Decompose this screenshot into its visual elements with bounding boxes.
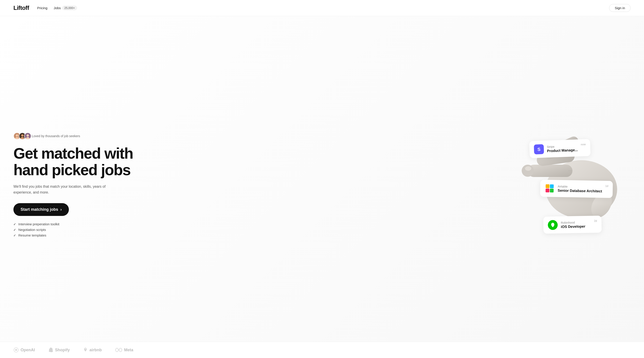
svg-rect-23 [550, 189, 554, 192]
airtable-company: Airtable [558, 185, 602, 189]
stripe-job-title: Product Manage... [547, 148, 578, 153]
svg-rect-10 [528, 165, 572, 177]
svg-rect-21 [550, 184, 554, 188]
avatars [14, 132, 30, 140]
svg-point-7 [26, 134, 29, 137]
airbnb-logo: airbnb [83, 347, 102, 353]
shopify-logo: Shopify [48, 347, 70, 353]
airbnb-label: airbnb [90, 348, 102, 352]
jobs-count-badge: 25,000+ [62, 6, 77, 10]
robinhood-job-title: iOS Developer [561, 224, 591, 229]
airtable-job-info: Airtable Senior Database Architect [558, 185, 602, 193]
svg-rect-22 [546, 189, 550, 192]
stripe-logo: S [534, 144, 544, 155]
hero-title: Get matched with hand picked jobs [14, 145, 133, 179]
airtable-logo [545, 183, 555, 194]
navbar: Liftoff Pricing Jobs 25,000+ Sign in [0, 0, 644, 16]
nav-jobs[interactable]: Jobs 25,000+ [54, 6, 77, 10]
airtable-job-title: Senior Database Architect [558, 188, 602, 193]
loved-text: Loved by thousands of job seekers [32, 134, 80, 138]
sign-in-button[interactable]: Sign in [609, 4, 630, 12]
hero-subtitle: We'll find you jobs that match your loca… [14, 184, 112, 195]
check-icon-1: ✓ [14, 222, 16, 226]
feature-1: ✓ Interview preperation toolkit [14, 222, 133, 226]
airtable-job-time: 1d [605, 184, 608, 187]
robinhood-logo [548, 220, 558, 230]
feature-2-label: Negotiation scripts [18, 228, 46, 232]
hero-title-line2: hand picked jobs [14, 161, 130, 178]
hero-right: S Stripe Product Manage... now Airtable [291, 127, 630, 261]
hand-illustration [492, 118, 644, 230]
stripe-job-time: now [581, 143, 586, 146]
loved-badge: Loved by thousands of job seekers [14, 132, 133, 140]
hero-section: Loved by thousands of job seekers Get ma… [0, 16, 644, 358]
meta-logo: Meta [115, 348, 133, 352]
check-icon-2: ✓ [14, 228, 16, 232]
robinhood-job-info: Robinhood iOS Developer [561, 220, 591, 229]
cta-arrow-icon: › [60, 207, 62, 212]
hero-title-line1: Get matched with [14, 145, 133, 162]
check-icon-3: ✓ [14, 234, 16, 237]
svg-point-1 [16, 134, 18, 137]
robinhood-company: Robinhood [561, 220, 591, 224]
job-card-robinhood[interactable]: Robinhood iOS Developer 2d [543, 216, 602, 234]
logos-bar: OpenAI Shopify airbnb Meta [0, 342, 644, 358]
feature-3-label: Resume templates [18, 233, 46, 237]
openai-label: OpenAI [20, 348, 35, 352]
nav-left: Liftoff Pricing Jobs 25,000+ [14, 5, 77, 12]
svg-point-26 [119, 348, 122, 352]
nav-links: Pricing Jobs 25,000+ [37, 6, 77, 10]
cta-label: Start matching jobs [20, 207, 58, 212]
cta-button[interactable]: Start matching jobs › [14, 203, 69, 216]
logo[interactable]: Liftoff [14, 5, 29, 12]
stripe-logo-letter: S [537, 147, 540, 152]
job-card-airtable[interactable]: Airtable Senior Database Architect 1d [540, 180, 613, 198]
meta-label: Meta [124, 348, 133, 352]
nav-pricing[interactable]: Pricing [37, 6, 48, 10]
features-list: ✓ Interview preperation toolkit ✓ Negoti… [14, 222, 133, 237]
feature-3: ✓ Resume templates [14, 233, 133, 237]
hero-left: Loved by thousands of job seekers Get ma… [14, 132, 133, 255]
nav-jobs-label[interactable]: Jobs [54, 6, 61, 10]
shopify-label: Shopify [55, 348, 70, 352]
svg-point-25 [116, 348, 118, 352]
svg-point-4 [21, 134, 24, 137]
feature-2: ✓ Negotiation scripts [14, 228, 133, 232]
avatar-3 [24, 132, 31, 140]
svg-rect-20 [546, 184, 550, 188]
openai-logo: OpenAI [14, 347, 35, 353]
robinhood-job-time: 2d [594, 219, 597, 222]
job-card-stripe[interactable]: S Stripe Product Manage... now [529, 139, 590, 158]
stripe-job-info: Stripe Product Manage... [547, 144, 578, 153]
svg-point-19 [525, 166, 531, 171]
feature-1-label: Interview preperation toolkit [18, 222, 59, 226]
